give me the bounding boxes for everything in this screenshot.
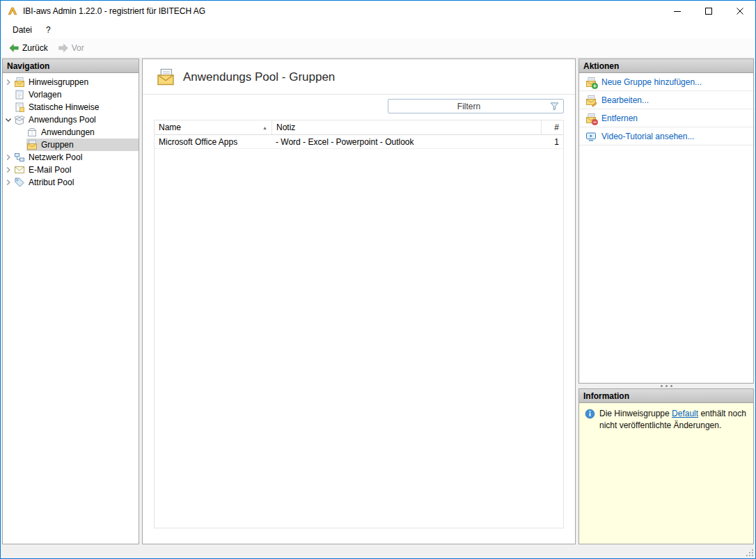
filter-input[interactable]: [388, 100, 549, 113]
pencil-badge-icon: [592, 101, 598, 107]
tree-row-body: Statische Hinweise: [14, 101, 139, 113]
tree-label: Anwendungs Pool: [29, 115, 96, 125]
sidebar-item-vorlagen[interactable]: Vorlagen: [3, 88, 139, 101]
splitter-grip-dot: [661, 385, 663, 387]
info-icon: [585, 409, 595, 419]
applications-icon: [26, 127, 38, 138]
add-group-icon: [585, 77, 597, 88]
navigation-header: Navigation: [3, 59, 139, 73]
plus-badge-icon: [592, 83, 598, 89]
column-header-count[interactable]: #: [541, 120, 563, 134]
back-arrow-icon: [8, 42, 19, 54]
maximize-button[interactable]: [693, 1, 724, 22]
expander-icon[interactable]: [3, 165, 14, 175]
forward-button[interactable]: Vor: [54, 41, 88, 55]
menubar: Datei ?: [1, 22, 755, 38]
information-panel: Information Die Hinweisgruppe Default en…: [578, 388, 754, 544]
edit-group-icon: [585, 95, 597, 106]
minus-badge-icon: [592, 119, 598, 125]
message-text: Die Hinweisgruppe: [599, 409, 672, 418]
action-add-group[interactable]: Neue Gruppe hinzufügen...: [579, 73, 753, 91]
right-column: Aktionen Neue Gruppe hinzufügen... Bearb…: [578, 58, 754, 544]
action-label: Video-Tutorial ansehen...: [601, 132, 694, 141]
close-button[interactable]: [724, 1, 755, 22]
actions-panel: Aktionen Neue Gruppe hinzufügen... Bearb…: [578, 58, 754, 384]
action-edit-group[interactable]: Bearbeiten...: [579, 91, 753, 109]
chevron-right-icon: [3, 77, 13, 87]
tree-row-body: Hinweisgruppen: [14, 76, 139, 88]
back-button[interactable]: Zurück: [4, 41, 52, 55]
expander-icon[interactable]: [3, 178, 14, 187]
tree-label: Anwendungen: [41, 127, 95, 137]
expander-icon[interactable]: [3, 152, 14, 162]
hint-groups-icon: [14, 77, 25, 88]
page-title: Anwendungs Pool - Gruppen: [183, 70, 335, 84]
filter-row: [143, 95, 575, 118]
tree-row-body: Anwendungs Pool: [14, 113, 139, 126]
sidebar-item-anwendungs-pool[interactable]: Anwendungs Pool: [3, 113, 139, 126]
filter-funnel-icon[interactable]: [549, 101, 560, 111]
expander-icon[interactable]: [3, 115, 14, 125]
statusbar: [1, 546, 755, 558]
resize-grip-icon[interactable]: [746, 549, 754, 557]
chevron-right-icon: [3, 178, 13, 187]
remove-group-icon: [585, 113, 597, 124]
tree-label: Attribut Pool: [29, 178, 74, 187]
cell-count: 1: [541, 137, 563, 147]
sidebar-item-attribut-pool[interactable]: Attribut Pool: [3, 176, 139, 189]
sort-ascending-icon: ▲: [260, 125, 267, 130]
sidebar-item-hinweisgruppen[interactable]: Hinweisgruppen: [3, 76, 139, 88]
chevron-right-icon: [3, 152, 13, 162]
table-row[interactable]: Microsoft Office Apps - Word - Excel - P…: [155, 135, 563, 149]
tree-label: Netzwerk Pool: [29, 152, 82, 162]
column-label: Name: [159, 123, 181, 132]
panel-splitter[interactable]: [578, 384, 754, 388]
chevron-right-icon: [3, 165, 13, 175]
information-header: Information: [579, 389, 753, 403]
app-window: IBI-aws Admin 1.22.0 - registriert für I…: [0, 0, 756, 559]
tree-label: Vorlagen: [29, 90, 61, 100]
action-video-tutorial[interactable]: Video-Tutorial ansehen...: [579, 127, 753, 145]
close-icon: [737, 8, 743, 15]
app-icon: [7, 6, 18, 17]
action-remove-group[interactable]: Entfernen: [579, 109, 753, 127]
tree-row-body: E-Mail Pool: [14, 164, 139, 176]
default-group-link[interactable]: Default: [672, 409, 698, 418]
content-panel: Anwendungs Pool - Gruppen Name ▲ Notiz: [142, 58, 576, 544]
tree-row-body: Anwendungen: [26, 126, 139, 139]
menu-datei[interactable]: Datei: [6, 22, 39, 38]
forward-arrow-icon: [58, 42, 69, 54]
action-label: Entfernen: [601, 113, 638, 123]
attribute-pool-icon: [14, 177, 25, 188]
column-header-notiz[interactable]: Notiz: [271, 120, 541, 134]
groups-header-icon: [155, 68, 176, 86]
menu-help[interactable]: ?: [39, 22, 58, 38]
sidebar-item-statische-hinweise[interactable]: Statische Hinweise: [3, 101, 139, 113]
forward-label: Vor: [72, 43, 84, 53]
maximize-icon: [705, 8, 712, 15]
table-header-row: Name ▲ Notiz #: [155, 120, 563, 135]
splitter-grip-dot: [666, 385, 668, 387]
tree-label: Statische Hinweise: [29, 102, 99, 112]
action-label: Bearbeiten...: [601, 95, 649, 105]
splitter-grip-dot: [670, 385, 672, 387]
navigation-tree: Hinweisgruppen Vorlagen Statische Hinwei…: [3, 73, 139, 189]
filter-box: [388, 99, 564, 113]
app-pool-icon: [14, 114, 25, 125]
tree-label: Gruppen: [41, 140, 74, 150]
main-area: Navigation Hinweisgruppen Vorlagen: [1, 57, 755, 546]
selected-row-highlight: Gruppen: [26, 139, 139, 151]
minimize-icon: [674, 8, 681, 15]
titlebar[interactable]: IBI-aws Admin 1.22.0 - registriert für I…: [1, 1, 755, 22]
column-header-name[interactable]: Name ▲: [155, 120, 271, 134]
sidebar-item-anwendungen[interactable]: Anwendungen: [3, 126, 139, 139]
expander-icon[interactable]: [3, 77, 14, 87]
sidebar-item-gruppen[interactable]: Gruppen: [3, 139, 139, 151]
sidebar-item-email-pool[interactable]: E-Mail Pool: [3, 164, 139, 176]
sidebar-item-netzwerk-pool[interactable]: Netzwerk Pool: [3, 151, 139, 164]
video-icon: [585, 131, 597, 142]
minimize-button[interactable]: [661, 1, 693, 22]
tree-row-body: Attribut Pool: [14, 176, 139, 189]
back-label: Zurück: [22, 43, 48, 53]
navigation-panel: Navigation Hinweisgruppen Vorlagen: [2, 58, 139, 544]
